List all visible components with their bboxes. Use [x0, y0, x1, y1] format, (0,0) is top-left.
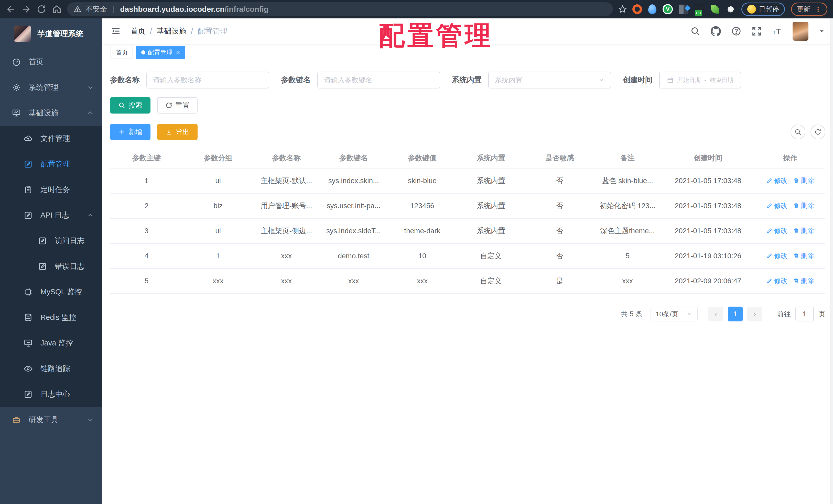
reload-icon[interactable]	[36, 4, 47, 14]
col-header: 系统内置	[457, 148, 525, 168]
export-button[interactable]: 导出	[157, 124, 197, 140]
col-header: 参数主键	[110, 148, 183, 168]
table-row: 1ui主框架页-默认...sys.index.skin...skin-blue系…	[110, 168, 825, 193]
date-end-placeholder: 结束日期	[710, 76, 734, 84]
sidebar-item-trace[interactable]: 链路追踪	[0, 356, 102, 381]
extension-green-v-icon[interactable]: V	[663, 4, 673, 14]
reset-button[interactable]: 重置	[157, 97, 197, 114]
toggle-search-button[interactable]	[790, 125, 805, 140]
add-button[interactable]: 新增	[110, 124, 150, 140]
extension-leaf-icon[interactable]	[711, 5, 719, 14]
delete-link[interactable]: 删除	[793, 251, 814, 260]
sidebar-item-infra[interactable]: 基础设施	[0, 100, 102, 126]
eye-icon	[24, 364, 33, 373]
app-logo-row[interactable]: 芋道管理系统	[0, 19, 102, 49]
sidebar-item-access-log[interactable]: 访问日志	[0, 228, 102, 254]
forward-icon[interactable]	[21, 4, 31, 14]
chevron-down-icon	[598, 77, 604, 83]
breadcrumb-infra[interactable]: 基础设施	[157, 26, 186, 36]
pagination: 共 5 条 10条/页 ‹ 1 › 前往 页	[110, 307, 825, 322]
refresh-table-button[interactable]	[810, 125, 825, 140]
github-icon[interactable]	[711, 26, 721, 36]
close-icon[interactable]: ×	[176, 49, 180, 56]
page-scrollbar[interactable]	[830, 19, 833, 504]
edit-link[interactable]: 修改	[766, 251, 787, 260]
prev-page-button[interactable]: ‹	[708, 307, 723, 322]
extension-blue-pin-icon[interactable]	[648, 4, 657, 14]
browser-update-button[interactable]: 更新	[791, 3, 827, 16]
refresh-icon	[814, 128, 822, 135]
font-size-icon[interactable]: TT	[772, 26, 782, 36]
sidebar-item-system[interactable]: 系统管理	[0, 75, 102, 100]
divider: |	[113, 5, 114, 13]
sidebar-item-job[interactable]: 定时任务	[0, 177, 102, 203]
pencil-icon	[766, 203, 772, 209]
help-icon[interactable]	[731, 26, 741, 36]
search-icon	[118, 102, 125, 109]
table-header-row: 参数主键 参数分组 参数名称 参数键名 参数键值 系统内置 是否敏感 备注 创建…	[110, 148, 825, 168]
delete-link[interactable]: 删除	[793, 201, 814, 210]
page-size-select[interactable]: 10条/页	[650, 307, 698, 322]
back-icon[interactable]	[6, 4, 16, 14]
extension-grid-icon[interactable]	[679, 5, 688, 14]
col-header: 参数键值	[387, 148, 457, 168]
extension-puzzle-icon[interactable]	[725, 4, 735, 14]
fullscreen-icon[interactable]	[752, 26, 762, 36]
date-range-picker[interactable]: 开始日期 - 结束日期	[659, 72, 741, 89]
search-icon[interactable]	[690, 26, 700, 36]
edit-link[interactable]: 修改	[766, 276, 787, 285]
sidebar-item-mysql[interactable]: MySQL 监控	[0, 279, 102, 305]
sidebar-item-java[interactable]: Java 监控	[0, 330, 102, 356]
extension-orange-ring-icon[interactable]	[633, 4, 642, 14]
config-table: 参数主键 参数分组 参数名称 参数键名 参数键值 系统内置 是否敏感 备注 创建…	[110, 148, 825, 294]
total-count: 共 5 条	[621, 309, 642, 319]
sidebar-submenu-infra: 文件管理 配置管理 定时任务 API 日志 访问日志 错误日志	[0, 126, 102, 407]
edit-link[interactable]: 修改	[766, 201, 787, 210]
param-name-input[interactable]	[146, 72, 269, 89]
user-avatar[interactable]	[792, 22, 808, 41]
refresh-icon	[165, 102, 172, 109]
breadcrumb: 首页 / 基础设施 / 配置管理	[130, 26, 227, 36]
sidebar-item-error-log[interactable]: 错误日志	[0, 254, 102, 279]
trash-icon	[793, 278, 799, 284]
tag-home[interactable]: 首页	[111, 46, 133, 59]
delete-link[interactable]: 删除	[793, 276, 814, 285]
delete-link[interactable]: 删除	[793, 226, 814, 235]
system-builtin-select[interactable]: 系统内置	[488, 72, 611, 89]
sidebar-item-home[interactable]: 首页	[0, 49, 102, 75]
edit-link[interactable]: 修改	[766, 176, 787, 185]
extension-cn-icon[interactable]: cn	[694, 4, 705, 15]
hamburger-icon[interactable]	[111, 26, 121, 36]
bookmark-star-icon[interactable]	[618, 5, 627, 14]
edit-link[interactable]: 修改	[766, 226, 787, 235]
address-bar[interactable]: 不安全 | dashboard.yudao.iocoder.cn/infra/c…	[67, 2, 613, 16]
trash-icon	[793, 253, 799, 259]
plus-icon	[118, 128, 125, 135]
sidebar-item-file[interactable]: 文件管理	[0, 126, 102, 151]
table-row: 2biz用户管理-账号...sys.user.init-pa...123456系…	[110, 193, 825, 218]
briefcase-icon	[12, 415, 21, 425]
next-page-button[interactable]: ›	[747, 307, 762, 322]
pencil-icon	[766, 228, 772, 234]
sidebar-item-log-center[interactable]: 日志中心	[0, 381, 102, 407]
cloud-icon	[24, 134, 33, 143]
kebab-menu-icon[interactable]	[815, 6, 822, 12]
sidebar-item-devtools[interactable]: 研发工具	[0, 407, 102, 433]
sidebar-item-redis[interactable]: Redis 监控	[0, 305, 102, 330]
search-button[interactable]: 搜索	[110, 97, 150, 114]
sidebar-item-config[interactable]: 配置管理	[0, 151, 102, 177]
page-1-button[interactable]: 1	[728, 307, 743, 322]
breadcrumb-home[interactable]: 首页	[130, 26, 145, 36]
goto-page-input[interactable]	[795, 307, 814, 322]
download-icon	[165, 128, 172, 135]
sidebar-item-api-log[interactable]: API 日志	[0, 203, 102, 228]
dashboard-icon	[12, 57, 21, 67]
paused-extension-badge[interactable]: 已暂停	[741, 3, 785, 16]
security-label[interactable]: 不安全	[86, 4, 107, 14]
delete-link[interactable]: 删除	[793, 176, 814, 185]
home-icon[interactable]	[52, 4, 62, 14]
param-name-label: 参数名称	[110, 75, 140, 85]
caret-down-icon[interactable]	[819, 28, 825, 34]
tag-config-active[interactable]: 配置管理 ×	[136, 46, 185, 59]
param-key-input[interactable]	[317, 72, 440, 89]
